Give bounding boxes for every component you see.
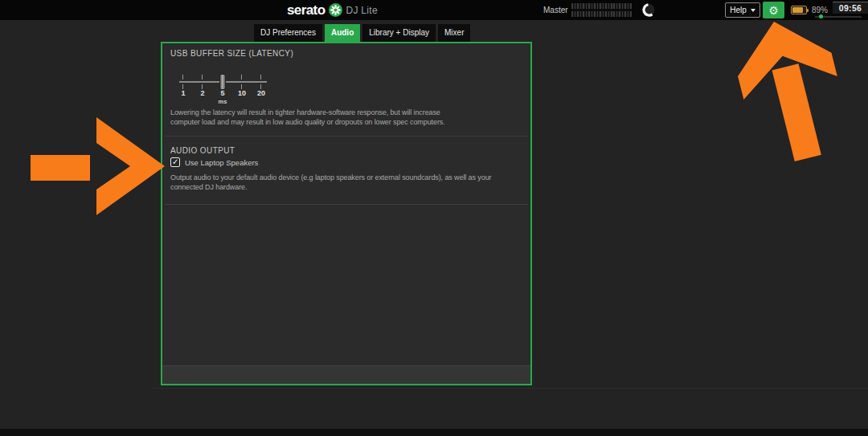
clock: 09:56 — [833, 2, 868, 14]
slider-tick-label: 5 — [215, 89, 231, 97]
help-button[interactable]: Help — [725, 2, 760, 18]
settings-panel: USB BUFFER SIZE (LATENCY) 1 2 5 10 20 ms… — [161, 42, 532, 385]
settings-tab-bar: DJ Preferences Audio Library + Display M… — [254, 24, 470, 42]
gear-icon: ⚙ — [768, 5, 779, 16]
slider-tick-label: 2 — [194, 89, 211, 97]
slider-tick — [182, 75, 183, 79]
slider-tick — [260, 75, 261, 79]
slider-tick — [202, 75, 203, 79]
tab-dj-preferences[interactable]: DJ Preferences — [254, 24, 322, 42]
slider-unit-label: ms — [215, 98, 231, 105]
use-laptop-speakers-label[interactable]: Use Laptop Speakers — [185, 158, 258, 167]
usb-buffer-description: Lowering the latency will result in tigh… — [170, 108, 445, 127]
brand-name: serato — [287, 2, 325, 18]
section-divider — [165, 136, 528, 137]
setup-gear-button[interactable]: ⚙ — [763, 2, 784, 18]
serato-asterisk-icon — [329, 3, 342, 17]
tab-mixer[interactable]: Mixer — [438, 24, 470, 42]
background-seam-line — [151, 388, 868, 389]
annotation-arrow-up-icon — [727, 10, 855, 169]
tab-library-display[interactable]: Library + Display — [362, 24, 436, 42]
battery-fill — [792, 7, 803, 13]
master-level-meter — [571, 3, 632, 17]
annotation-arrow-right-icon — [31, 117, 167, 218]
chevron-down-icon — [751, 9, 755, 12]
slider-tick — [241, 75, 242, 79]
audio-output-description: Output audio to your default audio devic… — [170, 173, 491, 192]
slider-tick-label: 20 — [253, 89, 269, 97]
product-name: DJ Lite — [346, 5, 377, 16]
section-divider — [165, 204, 528, 205]
slider-tick-label: 1 — [175, 89, 191, 97]
use-laptop-speakers-checkbox[interactable] — [170, 157, 180, 167]
master-knob[interactable] — [641, 2, 656, 18]
top-bar: serato DJ Lite Master Help ⚙ — [0, 0, 868, 20]
battery-nub — [807, 9, 809, 12]
tab-audio[interactable]: Audio — [325, 24, 360, 42]
usb-buffer-title: USB BUFFER SIZE (LATENCY) — [170, 49, 293, 58]
slider-handle[interactable] — [219, 74, 226, 90]
slider-tick-label: 10 — [234, 89, 250, 97]
bottom-strip — [0, 429, 868, 436]
app-logo: serato DJ Lite — [287, 2, 378, 18]
clock-time: 09:56 — [839, 3, 862, 13]
use-laptop-speakers-row[interactable]: Use Laptop Speakers — [170, 157, 258, 167]
audio-output-title: AUDIO OUTPUT — [170, 146, 235, 155]
help-button-label: Help — [730, 6, 747, 14]
panel-footer-bar — [162, 365, 530, 384]
master-label: Master — [543, 6, 568, 14]
